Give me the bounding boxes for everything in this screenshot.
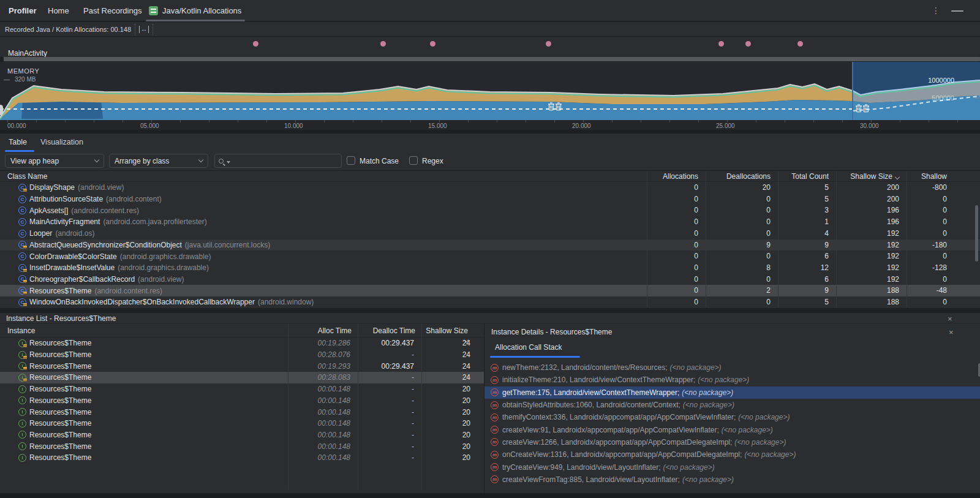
- instance-row[interactable]: IResources$Theme00:00.148-20: [0, 383, 484, 395]
- axis-tick: [698, 120, 699, 123]
- column-header-class-name[interactable]: Class Name: [7, 172, 47, 181]
- match-case-checkbox[interactable]: [347, 156, 355, 165]
- call-stack-frame[interactable]: mcreateViewFromTag:885, Landroid/view/La…: [484, 473, 980, 486]
- cell-total_count: 1: [778, 217, 829, 226]
- instance-row[interactable]: IResources$Theme00:00.148-20: [0, 418, 484, 429]
- instance-name: Resources$Theme: [29, 350, 91, 359]
- column-separator: [778, 182, 778, 307]
- class-table-row[interactable]: CAbstractQueuedSynchronizer$ConditionObj…: [0, 240, 980, 251]
- tab-java-kotlin-allocations[interactable]: Java/Kotlin Allocations: [149, 0, 241, 21]
- cell-alloc-time: 00:00.148: [288, 396, 350, 405]
- cell-allocations: 0: [647, 252, 698, 260]
- allocation-stack-badge: [23, 269, 27, 273]
- column-header-dealloc_time[interactable]: Dealloc Time: [358, 326, 415, 335]
- cell-alloc-time: 00:00.148: [288, 408, 350, 417]
- class-table-row[interactable]: CMainActivityFragment(android.com.java.p…: [0, 216, 980, 228]
- y-axis-label: 320 MB: [15, 76, 36, 83]
- tab-past-recordings[interactable]: Past Recordings: [83, 0, 141, 21]
- cell-total_count: 4: [778, 229, 829, 238]
- tab-visualization[interactable]: Visualization: [40, 138, 83, 146]
- axis-label: 00.000: [7, 123, 26, 129]
- event-timeline[interactable]: [0, 37, 980, 57]
- more-options-icon[interactable]: ⋮: [932, 6, 940, 15]
- class-table-row[interactable]: CDisplayShape(android.view)0205200-800: [0, 182, 980, 194]
- allocation-stack-badge: [23, 280, 27, 284]
- method-icon: m: [491, 413, 499, 421]
- instance-row[interactable]: IResources$Theme00:00.148-20: [0, 406, 484, 418]
- class-package: (java.util.concurrent.locks): [185, 241, 270, 249]
- search-options-caret[interactable]: [227, 161, 230, 164]
- hide-window-icon[interactable]: [951, 10, 963, 12]
- call-stack-frame[interactable]: minitializeTheme:210, Landroid/view/Cont…: [484, 374, 980, 386]
- column-header-total_count[interactable]: Total Count: [778, 172, 829, 181]
- class-table-row[interactable]: CAttributionSourceState(android.content)…: [0, 194, 980, 205]
- cell-shallow-size: 20: [421, 431, 470, 439]
- cell-shallow_size: 192: [836, 263, 899, 272]
- allocation-event-dot[interactable]: [430, 41, 435, 47]
- class-table-row[interactable]: CWindowOnBackInvokedDispatcher$OnBackInv…: [0, 296, 980, 308]
- call-stack-frame[interactable]: mcreateView:1266, Landroidx/appcompat/ap…: [484, 436, 980, 448]
- instance-row[interactable]: IResources$Theme00:00.148-20: [0, 440, 484, 452]
- instance-name: Resources$Theme: [29, 373, 91, 382]
- cell-shallow_size_delta: 0: [907, 252, 947, 260]
- instance-row[interactable]: IResources$Theme00:00.148-20: [0, 452, 484, 464]
- class-table-row[interactable]: CChoreographer$CallbackRecord(android.vi…: [0, 274, 980, 285]
- axis-tick: [900, 120, 900, 123]
- instance-row[interactable]: IResources$Theme00:19.28600:29.43724: [0, 338, 484, 349]
- column-header-shallow_size[interactable]: Shallow Size: [836, 172, 899, 181]
- heap-select[interactable]: View app heap: [5, 154, 104, 168]
- class-table-row[interactable]: CApkAssets[](android.content.res)0031960: [0, 205, 980, 216]
- range-handle[interactable]: [0, 105, 3, 115]
- allocation-event-dot[interactable]: [745, 41, 751, 47]
- search-input[interactable]: [214, 154, 342, 168]
- instance-row[interactable]: IResources$Theme00:19.29300:29.43724: [0, 360, 484, 372]
- arrange-select[interactable]: Arrange by class: [109, 154, 208, 168]
- call-stack-frame[interactable]: monCreateView:1316, Landroidx/appcompat/…: [484, 448, 980, 461]
- instance-row[interactable]: IResources$Theme00:00.148-20: [0, 395, 484, 407]
- cell-alloc-time: 00:00.148: [288, 385, 350, 393]
- class-table-row[interactable]: CColorDrawable$ColorState(android.graphi…: [0, 251, 980, 262]
- class-table-row[interactable]: CResources$Theme(android.content.res)029…: [0, 285, 980, 296]
- column-header-instance[interactable]: Instance: [7, 326, 35, 335]
- memory-chart[interactable]: [0, 62, 980, 120]
- instance-row[interactable]: IResources$Theme00:28.083-24: [0, 372, 484, 383]
- frame-package: (<no package>): [663, 463, 715, 472]
- tab-table[interactable]: Table: [9, 138, 27, 146]
- instance-row[interactable]: IResources$Theme00:28.076-24: [0, 349, 484, 361]
- class-name: Looper: [29, 229, 52, 238]
- axis-tick: [353, 120, 353, 123]
- column-header-alloc_time[interactable]: Alloc Time: [288, 326, 352, 335]
- call-stack-frame[interactable]: mgetTheme:175, Landroid/view/ContextThem…: [484, 387, 980, 399]
- tab-allocation-call-stack[interactable]: Allocation Call Stack: [495, 343, 562, 352]
- call-stack-frame[interactable]: mthemifyContext:336, Landroidx/appcompat…: [484, 411, 980, 423]
- column-header-allocations[interactable]: Allocations: [647, 172, 698, 181]
- allocation-event-dot[interactable]: [797, 41, 803, 47]
- call-stack-frame[interactable]: mtryCreateView:949, Landroid/view/Layout…: [484, 461, 980, 473]
- activity-lifecycle-bar[interactable]: [4, 57, 980, 61]
- class-package: (android.view): [78, 183, 124, 192]
- column-header-deallocations[interactable]: Deallocations: [706, 172, 771, 181]
- column-separator: [421, 324, 422, 489]
- frame-package: (<no package>): [744, 450, 796, 459]
- class-package: (android.content): [106, 195, 162, 203]
- allocation-event-dot[interactable]: [718, 41, 724, 47]
- zoom-to-fit-icon[interactable]: ↔: [139, 26, 149, 33]
- axis-tick: [813, 120, 814, 123]
- table-toolbar: View app heap Arrange by class Match Cas…: [0, 152, 980, 170]
- class-table-row[interactable]: CLooper(android.os)0041920: [0, 228, 980, 240]
- cell-alloc-time: 00:00.148: [288, 442, 350, 451]
- close-icon[interactable]: ×: [948, 315, 952, 323]
- call-stack-frame[interactable]: mobtainStyledAttributes:1060, Landroid/c…: [484, 399, 980, 411]
- tab-home[interactable]: Home: [48, 0, 69, 21]
- class-table-row[interactable]: CInsetDrawable$InsetValue(android.graphi…: [0, 262, 980, 274]
- instance-row[interactable]: IResources$Theme00:00.148-20: [0, 429, 484, 441]
- allocation-event-dot[interactable]: [546, 41, 551, 47]
- regex-checkbox[interactable]: [409, 156, 418, 165]
- allocation-event-dot[interactable]: [380, 41, 386, 47]
- table-scrollbar[interactable]: [975, 205, 978, 262]
- allocation-event-dot[interactable]: [253, 41, 258, 47]
- close-icon[interactable]: ×: [949, 328, 954, 336]
- tab-profiler[interactable]: Profiler: [9, 0, 37, 21]
- call-stack-frame[interactable]: mcreateView:91, Landroidx/appcompat/app/…: [484, 424, 980, 436]
- call-stack-frame[interactable]: mnewTheme:2132, Landroid/content/res/Res…: [484, 361, 980, 374]
